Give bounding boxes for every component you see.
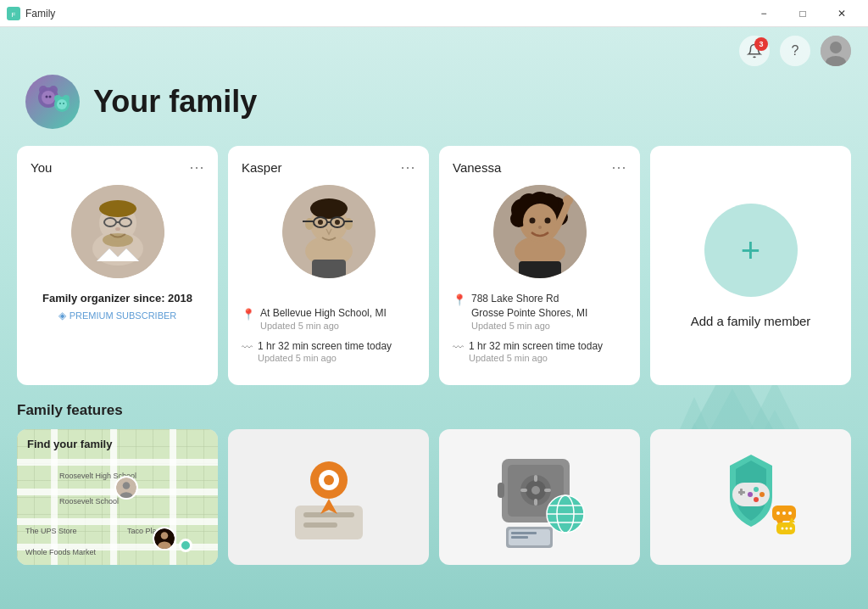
features-section: Family features Roosevelt High School Ro… <box>0 385 868 565</box>
svg-point-64 <box>563 195 573 205</box>
minimize-button[interactable]: − <box>744 0 783 27</box>
family-cards-grid: You ⋯ <box>0 146 868 385</box>
kasper-avatar <box>282 185 376 278</box>
svg-rect-103 <box>740 489 743 495</box>
svg-point-46 <box>318 220 323 225</box>
organizer-text: Family organizer since: 2018 <box>31 292 204 304</box>
app-title: Family <box>25 8 55 20</box>
svg-rect-86 <box>498 483 504 498</box>
vanessa-card-header: Vanessa ⋯ <box>453 159 626 175</box>
vanessa-photo <box>493 185 587 278</box>
add-member-label: Add a family member <box>691 314 811 328</box>
feature-screen-time[interactable] <box>650 429 851 565</box>
location-icon: 📍 <box>242 308 255 321</box>
vanessa-name: Vanessa <box>453 160 501 175</box>
feature-location-alerts[interactable] <box>228 429 429 565</box>
svg-point-40 <box>344 218 353 230</box>
vanessa-menu[interactable]: ⋯ <box>611 159 626 175</box>
kasper-location: At Bellevue High School, MI <box>260 306 387 321</box>
you-card-name: You <box>31 160 52 175</box>
window-controls: − □ ✕ <box>744 0 861 27</box>
svg-point-62 <box>538 226 542 229</box>
svg-point-112 <box>785 528 787 530</box>
svg-rect-73 <box>303 522 337 528</box>
add-circle: + <box>704 204 798 297</box>
svg-point-24 <box>59 103 61 104</box>
premium-label: PREMIUM SUBSCRIBER <box>70 310 177 321</box>
svg-point-23 <box>49 96 52 98</box>
svg-point-107 <box>782 511 786 515</box>
you-card-menu[interactable]: ⋯ <box>189 159 204 175</box>
vanessa-location-updated: Updated 5 min ago <box>471 321 587 331</box>
user-avatar-button[interactable] <box>821 36 851 66</box>
kasper-screen-info: 1 hr 32 min screen time today Updated 5 … <box>258 339 392 364</box>
svg-point-76 <box>324 475 334 485</box>
svg-point-81 <box>531 486 540 494</box>
add-plus-icon: + <box>741 233 760 267</box>
svg-rect-63 <box>519 261 561 278</box>
screen-time-illustration <box>692 442 810 552</box>
svg-rect-83 <box>534 499 537 506</box>
features-grid: Roosevelt High School Roosevelt School T… <box>17 429 851 565</box>
add-member-card[interactable]: + Add a family member <box>650 146 851 385</box>
notification-badge: 3 <box>754 37 768 51</box>
close-button[interactable]: ✕ <box>822 0 861 27</box>
family-icon <box>25 75 80 129</box>
diamond-icon: ◈ <box>58 310 66 321</box>
notifications-button[interactable]: 3 <box>739 36 770 66</box>
svg-point-39 <box>305 218 314 230</box>
user-avatar-icon <box>821 36 851 66</box>
kasper-screen-time: 1 hr 32 min screen time today <box>258 339 392 354</box>
svg-text:F: F <box>12 11 16 19</box>
svg-point-111 <box>781 528 783 530</box>
help-button[interactable]: ? <box>780 36 810 66</box>
screen-time-icon: 〰 <box>242 341 253 354</box>
you-card-header: You ⋯ <box>31 159 204 175</box>
feature-find-family[interactable]: Roosevelt High School Roosevelt School T… <box>17 429 218 565</box>
svg-point-66 <box>123 483 131 490</box>
maximize-button[interactable]: □ <box>783 0 822 27</box>
svg-point-98 <box>754 487 759 492</box>
safe-browsing-illustration <box>481 442 599 552</box>
feature-safe-browsing[interactable] <box>439 429 640 565</box>
vanessa-screen-updated: Updated 5 min ago <box>469 353 603 363</box>
title-bar-left: F Family <box>7 7 55 20</box>
svg-point-61 <box>544 218 550 224</box>
vanessa-screen-row: 〰 1 hr 32 min screen time today Updated … <box>453 339 626 364</box>
vanessa-screen-time: 1 hr 32 min screen time today <box>469 339 603 354</box>
svg-point-69 <box>161 533 169 540</box>
road-h3 <box>17 518 218 525</box>
you-card-info: Family organizer since: 2018 ◈ PREMIUM S… <box>31 292 204 372</box>
premium-badge: ◈ PREMIUM SUBSCRIBER <box>31 310 204 321</box>
svg-point-70 <box>158 542 170 550</box>
svg-point-21 <box>57 99 67 109</box>
svg-rect-48 <box>312 260 346 278</box>
svg-rect-95 <box>511 532 537 534</box>
map-label-2: Roosevelt School <box>59 497 119 506</box>
svg-point-29 <box>99 200 136 217</box>
vanessa-info: 📍 788 Lake Shore Rd Grosse Pointe Shores… <box>453 292 626 372</box>
you-card: You ⋯ <box>17 146 218 385</box>
vanessa-location: 788 Lake Shore Rd Grosse Pointe Shores, … <box>471 292 587 321</box>
svg-rect-96 <box>511 536 528 539</box>
kasper-screen-row: 〰 1 hr 32 min screen time today Updated … <box>242 339 415 364</box>
title-bar: F Family − □ ✕ <box>0 0 868 27</box>
svg-point-17 <box>42 91 55 104</box>
kasper-info: 📍 At Bellevue High School, MI Updated 5 … <box>242 306 415 372</box>
feature-map-label: Find your family <box>27 438 112 450</box>
kasper-location-row: 📍 At Bellevue High School, MI Updated 5 … <box>242 306 415 331</box>
map-label-5: Whole Foods Market <box>25 548 96 556</box>
svg-point-25 <box>63 103 64 104</box>
bear-family-icon <box>31 81 74 123</box>
vanessa-card: Vanessa ⋯ <box>439 146 640 385</box>
kasper-menu[interactable]: ⋯ <box>400 159 415 175</box>
map-label-3: The UPS Store <box>25 527 77 535</box>
location-pin-illustration <box>278 446 380 548</box>
svg-rect-85 <box>544 489 551 492</box>
kasper-photo <box>282 185 376 278</box>
svg-rect-72 <box>303 512 354 517</box>
kasper-name: Kasper <box>242 160 282 175</box>
kasper-card: Kasper ⋯ <box>228 146 429 385</box>
kasper-location-info: At Bellevue High School, MI Updated 5 mi… <box>260 306 387 331</box>
kasper-location-updated: Updated 5 min ago <box>260 321 387 331</box>
